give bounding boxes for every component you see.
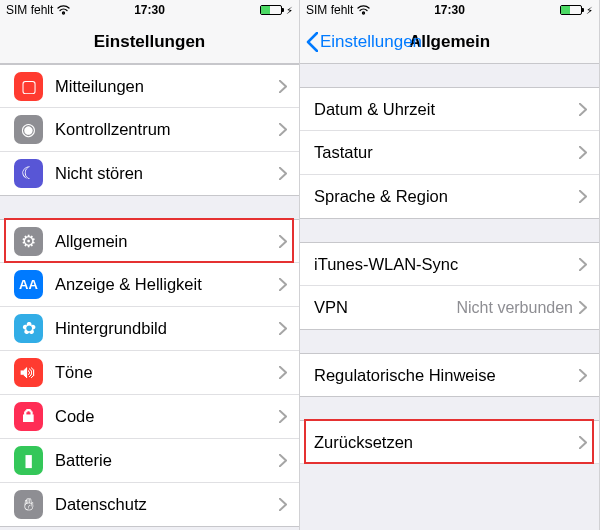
- nav-bar: Einstellungen Allgemein: [300, 20, 599, 64]
- chevron-right-icon: [279, 235, 287, 248]
- speaker-icon: 🔊︎: [14, 358, 43, 387]
- nav-title: Einstellungen: [0, 32, 299, 52]
- hand-icon: ✋︎: [14, 490, 43, 519]
- charging-icon: ⚡︎: [586, 5, 593, 16]
- battery-icon: [560, 5, 582, 15]
- charging-icon: ⚡︎: [286, 5, 293, 16]
- row-label: Sprache & Region: [314, 187, 579, 206]
- row-sounds[interactable]: 🔊︎ Töne: [0, 351, 299, 395]
- display-icon: AA: [14, 270, 43, 299]
- row-do-not-disturb[interactable]: ☾ Nicht stören: [0, 152, 299, 196]
- row-battery[interactable]: ▮ Batterie: [0, 439, 299, 483]
- row-regulatory[interactable]: Regulatorische Hinweise: [300, 353, 599, 397]
- row-passcode[interactable]: 🔒︎ Code: [0, 395, 299, 439]
- lock-icon: 🔒︎: [14, 402, 43, 431]
- row-label: Tastatur: [314, 143, 579, 162]
- row-notifications[interactable]: ▢ Mitteilungen: [0, 64, 299, 108]
- gear-icon: ⚙: [14, 227, 43, 256]
- nav-bar: Einstellungen: [0, 20, 299, 64]
- row-label: Regulatorische Hinweise: [314, 366, 579, 385]
- chevron-right-icon: [579, 369, 587, 382]
- battery-menu-icon: ▮: [14, 446, 43, 475]
- row-label: Batterie: [55, 451, 279, 470]
- clock-label: 17:30: [402, 3, 498, 17]
- wifi-icon: [357, 5, 370, 15]
- clock-label: 17:30: [102, 3, 198, 17]
- general-list[interactable]: Datum & Uhrzeit Tastatur Sprache & Regio…: [300, 64, 599, 530]
- row-label: Datum & Uhrzeit: [314, 100, 579, 119]
- control-center-icon: ◉: [14, 115, 43, 144]
- row-label: Datenschutz: [55, 495, 279, 514]
- chevron-right-icon: [579, 103, 587, 116]
- row-label: Nicht stören: [55, 164, 279, 183]
- row-label: VPN: [314, 298, 456, 317]
- battery-icon: [260, 5, 282, 15]
- notifications-icon: ▢: [14, 72, 43, 101]
- carrier-label: SIM fehlt: [306, 3, 353, 17]
- row-value: Nicht verbunden: [456, 299, 573, 317]
- row-privacy[interactable]: ✋︎ Datenschutz: [0, 483, 299, 527]
- chevron-right-icon: [579, 301, 587, 314]
- chevron-right-icon: [279, 322, 287, 335]
- row-control-center[interactable]: ◉ Kontrollzentrum: [0, 108, 299, 152]
- row-reset[interactable]: Zurücksetzen: [300, 420, 599, 464]
- row-date-time[interactable]: Datum & Uhrzeit: [300, 87, 599, 131]
- chevron-right-icon: [279, 366, 287, 379]
- row-label: Anzeige & Helligkeit: [55, 275, 279, 294]
- row-label: Mitteilungen: [55, 77, 279, 96]
- chevron-right-icon: [579, 190, 587, 203]
- chevron-right-icon: [279, 80, 287, 93]
- chevron-right-icon: [279, 278, 287, 291]
- general-screen: SIM fehlt 17:30 ⚡︎ Einstellungen Allgeme…: [300, 0, 600, 530]
- chevron-right-icon: [279, 454, 287, 467]
- chevron-right-icon: [279, 498, 287, 511]
- chevron-right-icon: [579, 436, 587, 449]
- wallpaper-icon: ✿: [14, 314, 43, 343]
- row-display[interactable]: AA Anzeige & Helligkeit: [0, 263, 299, 307]
- settings-list[interactable]: ▢ Mitteilungen ◉ Kontrollzentrum ☾ Nicht…: [0, 64, 299, 530]
- chevron-left-icon: [306, 32, 318, 52]
- row-label: iTunes-WLAN-Sync: [314, 255, 579, 274]
- row-keyboard[interactable]: Tastatur: [300, 131, 599, 175]
- settings-screen: SIM fehlt 17:30 ⚡︎ Einstellungen ▢ Mitte…: [0, 0, 300, 530]
- carrier-label: SIM fehlt: [6, 3, 53, 17]
- chevron-right-icon: [279, 410, 287, 423]
- row-label: Kontrollzentrum: [55, 120, 279, 139]
- wifi-icon: [57, 5, 70, 15]
- chevron-right-icon: [579, 146, 587, 159]
- back-button[interactable]: Einstellungen: [300, 32, 422, 52]
- row-label: Allgemein: [55, 232, 279, 251]
- status-bar: SIM fehlt 17:30 ⚡︎: [0, 0, 299, 20]
- row-wallpaper[interactable]: ✿ Hintergrundbild: [0, 307, 299, 351]
- row-general[interactable]: ⚙ Allgemein: [0, 219, 299, 263]
- chevron-right-icon: [279, 167, 287, 180]
- row-vpn[interactable]: VPN Nicht verbunden: [300, 286, 599, 330]
- back-label: Einstellungen: [320, 32, 422, 52]
- row-itunes-wlan-sync[interactable]: iTunes-WLAN-Sync: [300, 242, 599, 286]
- row-label: Code: [55, 407, 279, 426]
- chevron-right-icon: [279, 123, 287, 136]
- row-label: Hintergrundbild: [55, 319, 279, 338]
- row-label: Töne: [55, 363, 279, 382]
- moon-icon: ☾: [14, 159, 43, 188]
- chevron-right-icon: [579, 258, 587, 271]
- row-label: Zurücksetzen: [314, 433, 579, 452]
- row-language-region[interactable]: Sprache & Region: [300, 175, 599, 219]
- status-bar: SIM fehlt 17:30 ⚡︎: [300, 0, 599, 20]
